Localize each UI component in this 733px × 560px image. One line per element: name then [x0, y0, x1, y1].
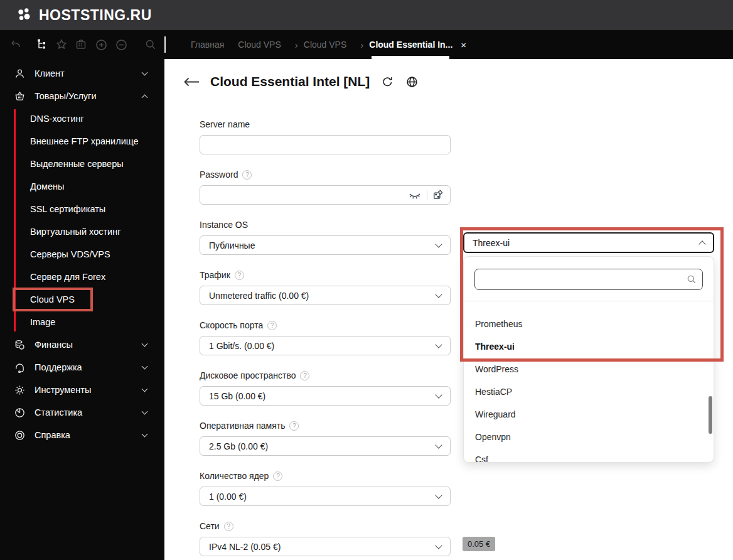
top-bar: HOSTSTING.RU [0, 0, 733, 30]
os-option-openvpn[interactable]: Openvpn [464, 426, 714, 448]
os-option-hestiacp[interactable]: HestiaCP [464, 380, 714, 403]
chevron-down-icon [142, 341, 148, 347]
user-icon [13, 67, 26, 80]
sidebar-item-domains[interactable]: Домены [0, 175, 164, 198]
eye-closed-icon[interactable] [408, 190, 422, 201]
os-template-select[interactable]: Threex-ui [463, 232, 714, 253]
help-circle-icon[interactable] [235, 271, 244, 280]
os-option-clipped[interactable]: Csf [464, 448, 714, 463]
traffic-select[interactable]: Unmetered traffic (0.00 €) [200, 286, 451, 305]
os-options-list: Prometheus Threex-ui WordPress HestiaCP … [464, 301, 714, 463]
field-cores: Количество ядер 1 (0.00 €) [200, 471, 451, 506]
sidebar-item-support[interactable]: Поддержка [0, 356, 164, 379]
os-option-threex-ui[interactable]: Threex-ui [464, 335, 714, 358]
cores-select[interactable]: 1 (0.00 €) [200, 487, 451, 506]
generate-password-dice-icon[interactable] [432, 189, 444, 201]
chevron-down-icon [435, 240, 442, 247]
networks-select[interactable]: IPv4 NL-2 (0.05 €) [200, 537, 451, 556]
os-option-wordpress[interactable]: WordPress [464, 358, 714, 380]
os-template-dropdown: Threex-ui Prometheus Threex-ui WordPress… [463, 232, 714, 253]
sidebar-item-vds-vps[interactable]: Серверы VDS/VPS [0, 243, 164, 266]
sidebar-item-image[interactable]: Image [0, 311, 164, 333]
tree-icon[interactable] [34, 37, 49, 52]
brand-name: HOSTSTING.RU [39, 7, 152, 24]
server-name-input[interactable] [200, 135, 451, 154]
chevron-down-icon [142, 363, 148, 370]
os-search-input[interactable] [474, 269, 703, 290]
pie-chart-icon [13, 406, 26, 419]
disk-space-select[interactable]: 15 Gb (0.00 €) [200, 386, 451, 406]
sidebar-item-client[interactable]: Клиент [0, 62, 164, 85]
sidebar-item-statistics[interactable]: Статистика [0, 401, 164, 424]
sidebar-item-finance[interactable]: Финансы [0, 333, 164, 356]
sidebar-item-forex[interactable]: Сервер для Forex [0, 266, 164, 288]
chevron-right-icon: › [295, 40, 298, 50]
field-instance-os: Instance OS Публичные [200, 220, 451, 255]
chevron-right-icon: › [360, 40, 363, 50]
plus-circle-icon[interactable] [94, 37, 109, 52]
sidebar: Клиент Товары/Услуги DNS-хостинг Внешнее… [0, 59, 164, 560]
page-title: Cloud Essential Intel [NL] [210, 74, 370, 89]
help-circle-icon[interactable] [273, 471, 282, 481]
headset-icon [13, 360, 26, 374]
chevron-down-icon [435, 291, 442, 298]
help-circle-icon[interactable] [289, 421, 299, 431]
chevron-up-icon [698, 240, 705, 247]
sidebar-item-tools[interactable]: Инструменты [0, 379, 164, 401]
breadcrumb: Главная Cloud VPS › Cloud VPS › Cloud Es… [191, 30, 466, 59]
network-price-badge: 0.05 € [463, 537, 495, 551]
sidebar-item-help[interactable]: Справка [0, 424, 164, 446]
breadcrumb-home[interactable]: Главная [191, 40, 224, 50]
port-speed-select[interactable]: 1 Gbit/s. (0.00 €) [200, 336, 451, 355]
sidebar-item-ftp-storage[interactable]: Внешнее FTP хранилище [0, 130, 164, 153]
sidebar-item-virtual-hosting[interactable]: Виртуальный хостинг [0, 220, 164, 243]
chevron-down-icon [435, 391, 442, 398]
search-icon[interactable] [143, 37, 158, 52]
close-tab-icon[interactable]: × [461, 40, 466, 50]
os-option-wireguard[interactable]: Wireguard [464, 403, 714, 426]
minus-circle-icon[interactable] [114, 37, 129, 52]
back-arrow-icon[interactable] [183, 77, 200, 87]
search-icon [686, 274, 697, 288]
page-header: Cloud Essential Intel [NL] [183, 74, 419, 89]
chevron-down-icon [142, 431, 148, 438]
icon-divider [427, 190, 427, 200]
sidebar-item-dedicated-servers[interactable]: Выделенные серверы [0, 153, 164, 175]
chevron-up-icon [142, 94, 148, 100]
field-port-speed: Скорость порта 1 Gbit/s. (0.00 €) [200, 320, 451, 355]
refresh-icon[interactable] [381, 75, 394, 89]
sidebar-item-products[interactable]: Товары/Услуги [0, 85, 164, 107]
help-icon [13, 428, 26, 442]
sidebar-item-ssl[interactable]: SSL сертификаты [0, 198, 164, 220]
ram-select[interactable]: 2.5 Gb (0.00 €) [200, 436, 451, 456]
chevron-down-icon [142, 386, 148, 392]
field-ram: Оперативная память 2.5 Gb (0.00 €) [200, 421, 451, 456]
help-circle-icon[interactable] [242, 170, 252, 180]
field-password: Password [200, 170, 451, 205]
star-icon[interactable] [54, 37, 69, 52]
basket-icon [13, 89, 26, 103]
os-category-select[interactable]: Публичные [200, 235, 451, 255]
clipboard-icon[interactable] [73, 37, 88, 52]
help-circle-icon[interactable] [224, 522, 233, 531]
os-option-prometheus[interactable]: Prometheus [464, 313, 714, 335]
breadcrumb-cloud-vps-2[interactable]: › Cloud VPS [295, 40, 346, 50]
sidebar-item-dns-hosting[interactable]: DNS-хостинг [0, 107, 164, 130]
field-server-name: Server name [200, 119, 451, 154]
globe-icon[interactable] [405, 75, 419, 89]
gear-icon [13, 383, 26, 397]
brand-logo-icon [16, 7, 33, 23]
coins-icon [13, 338, 26, 352]
chevron-down-icon [435, 492, 442, 498]
back-icon[interactable] [8, 37, 23, 52]
chevron-down-icon [435, 341, 442, 348]
help-circle-icon[interactable] [267, 321, 277, 330]
dropdown-scrollbar[interactable] [709, 396, 712, 434]
os-dropdown-panel: Prometheus Threex-ui WordPress HestiaCP … [463, 256, 714, 463]
sidebar-item-cloud-vps[interactable]: Cloud VPS [0, 288, 164, 311]
breadcrumb-cloud-vps[interactable]: Cloud VPS [238, 40, 281, 50]
chevron-down-icon [435, 542, 442, 549]
toolbar-divider [164, 36, 166, 53]
breadcrumb-active-tab[interactable]: › Cloud Essential In... × [360, 40, 466, 50]
help-circle-icon[interactable] [300, 371, 309, 380]
